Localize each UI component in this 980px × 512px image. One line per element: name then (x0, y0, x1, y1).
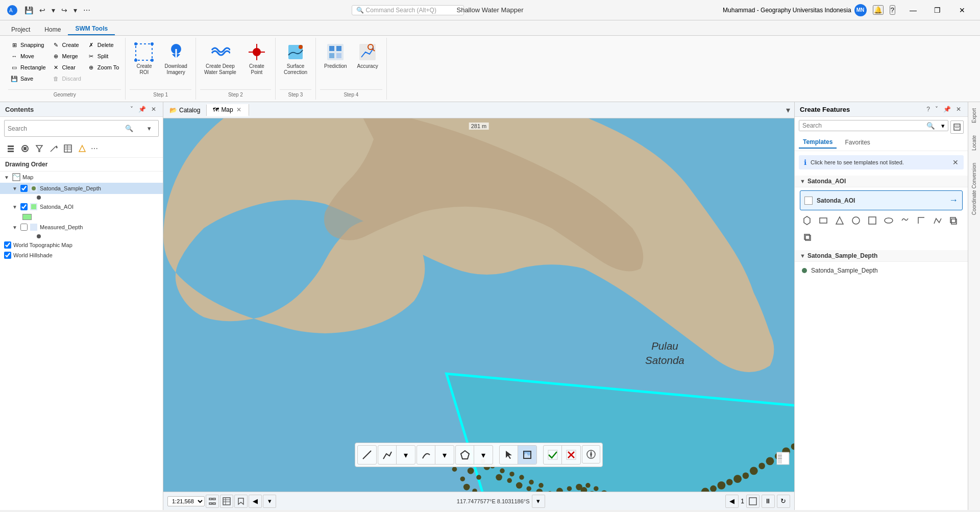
clear-btn[interactable]: ✕ Clear (50, 62, 83, 72)
info-close-btn[interactable]: ✕ (952, 158, 959, 166)
customize-btn[interactable]: ⋯ (81, 5, 92, 15)
features-collapse-btn[interactable]: ˅ (934, 105, 940, 113)
aoi-tool-copy2[interactable] (800, 230, 814, 244)
compass-btn[interactable] (582, 445, 600, 464)
draw-polygon-dropdown[interactable]: ▾ (474, 446, 493, 464)
contents-collapse-btn[interactable]: ˅ (129, 105, 135, 113)
map-tab-close[interactable]: ✕ (235, 106, 242, 113)
feature-item-aoi[interactable]: Satonda_AOI → (800, 190, 963, 210)
layer-row-measured-depth[interactable]: ▼ Measured_Depth (0, 222, 163, 233)
contents-search-input[interactable] (5, 124, 118, 134)
merge-btn[interactable]: ⊕ Merge (50, 51, 83, 61)
confirm-btn[interactable] (544, 446, 562, 464)
feature-group-sample-depth-header[interactable]: ▼ Satonda_Sample_Depth (795, 250, 968, 262)
notifications-btn[interactable]: 🔔 (873, 5, 884, 15)
move-btn[interactable]: ↔ Move (8, 51, 48, 61)
map-canvas[interactable]: 281 m (163, 118, 794, 492)
create-deep-water-btn[interactable]: Create DeepWater Sample (200, 40, 240, 78)
download-imagery-btn[interactable]: DownloadImagery (160, 40, 191, 78)
table-btn[interactable] (220, 495, 233, 508)
maximize-btn[interactable]: ❐ (926, 3, 949, 18)
layer-row-hillshade[interactable]: World Hillshade (0, 250, 163, 260)
aoi-tool-rectangle2[interactable] (865, 213, 879, 228)
tab-map[interactable]: 🗺 Map ✕ (207, 104, 249, 116)
contents-search-dropdown[interactable]: ▾ (144, 124, 154, 133)
feature-item2-sample-depth[interactable]: Satonda_Sample_Depth (800, 265, 963, 276)
features-search-bar[interactable]: 🔍 ▾ (799, 120, 948, 131)
redo-btn[interactable]: ↪ (59, 5, 69, 15)
aoi-tool-ellipse[interactable] (881, 213, 896, 228)
nav-left-btn[interactable]: ◀ (249, 495, 262, 508)
features-filter-btn[interactable] (950, 120, 964, 134)
rectangle-btn[interactable]: ▭ Rectangle (8, 62, 48, 72)
undo-btn[interactable]: ↩ (37, 5, 47, 15)
layer-filter-btn[interactable] (33, 142, 46, 155)
draw-polyline-dropdown[interactable]: ▾ (397, 446, 415, 464)
aoi-checkbox[interactable] (20, 203, 28, 210)
bookmark-btn[interactable] (234, 495, 248, 508)
pause-btn[interactable]: ⏸ (762, 495, 775, 508)
quick-save-btn[interactable]: 💾 (22, 5, 35, 15)
draw-polyline-btn[interactable] (378, 446, 397, 464)
layer-row-topo[interactable]: World Topographic Map (0, 240, 163, 250)
zoomto-btn[interactable]: ⊕ Zoom To (85, 62, 121, 72)
tab-swmtools[interactable]: SWM Tools (68, 23, 115, 35)
delete-btn[interactable]: ✗ Delete (85, 40, 121, 50)
aoi-tool-copy[interactable] (947, 213, 961, 228)
layer-table-btn[interactable] (61, 142, 75, 155)
tab-templates[interactable]: Templates (799, 136, 837, 149)
tab-catalog[interactable]: 📂 Catalog (163, 105, 207, 116)
layer-row-sample-depth[interactable]: ▼ Satonda_Sample_Depth (0, 183, 163, 194)
undo-dropdown[interactable]: ▾ (50, 5, 57, 15)
scale-select[interactable]: 1:21,568 (167, 496, 205, 506)
locate-tab[interactable]: Locate (969, 129, 979, 157)
panel-toggle-btn[interactable] (776, 451, 790, 467)
close-btn[interactable]: ✕ (950, 3, 974, 18)
nav-dropdown[interactable]: ▾ (263, 495, 276, 508)
layer-catalog-btn[interactable] (18, 142, 32, 155)
accuracy-btn[interactable]: Accuracy (353, 40, 382, 71)
layer-row-map[interactable]: ▼ Map (0, 172, 163, 183)
features-help-btn[interactable]: ? (925, 105, 932, 113)
measured-depth-checkbox[interactable] (20, 224, 28, 231)
aoi-feature-arrow[interactable]: → (949, 195, 958, 206)
split-btn[interactable]: ✂ Split (85, 51, 121, 61)
create-point-btn[interactable]: CreatePoint (242, 40, 271, 78)
cancel-draw-btn[interactable] (562, 446, 580, 464)
feature-group-aoi-header[interactable]: ▼ Satonda_AOI (795, 176, 968, 187)
nav-prev-btn[interactable]: ◀ (725, 495, 739, 508)
layer-list-view-btn[interactable] (4, 142, 17, 155)
features-search-dropdown[interactable]: ▾ (938, 121, 948, 131)
tab-project[interactable]: Project (4, 24, 37, 35)
aoi-tool-lasso[interactable] (800, 213, 814, 228)
scale-selector[interactable]: 1:21,568 ◀ ▾ (167, 495, 276, 508)
refresh-btn[interactable]: ↻ (777, 495, 790, 508)
tab-favorites[interactable]: Favorites (841, 136, 874, 149)
fit-extent-btn[interactable] (206, 495, 219, 508)
layer-more-btn[interactable]: ⋯ (91, 142, 98, 155)
aoi-tool-vertices[interactable] (930, 213, 945, 228)
topo-checkbox[interactable] (4, 241, 11, 249)
contents-close-btn[interactable]: ✕ (150, 105, 158, 113)
draw-line-btn[interactable] (358, 446, 376, 464)
layer-edit-btn[interactable] (47, 142, 60, 155)
redo-dropdown[interactable]: ▾ (71, 5, 79, 15)
prediction-btn[interactable]: Prediction (320, 40, 351, 71)
export-tab[interactable]: Export (969, 102, 979, 129)
draw-polygon-btn[interactable] (456, 446, 474, 464)
aoi-tool-rect[interactable] (816, 213, 830, 228)
coord-conversion-tab[interactable]: Coordinate Conversion (969, 157, 979, 221)
layer-row-aoi[interactable]: ▼ Satonda_AOI (0, 201, 163, 212)
info-banner[interactable]: ℹ Click here to see templates not listed… (799, 155, 964, 169)
surface-correction-btn[interactable]: SurfaceCorrection (280, 40, 311, 78)
tab-home[interactable]: Home (37, 24, 68, 35)
save-btn[interactable]: 💾 Save (8, 74, 48, 84)
discard-btn[interactable]: 🗑 Discard (50, 74, 83, 84)
select-rect-btn[interactable] (518, 446, 536, 464)
draw-curve-btn[interactable] (417, 446, 435, 464)
minimize-btn[interactable]: — (901, 3, 925, 18)
features-search-btn[interactable]: 🔍 (923, 121, 938, 131)
create-btn[interactable]: ✎ Create (50, 40, 83, 50)
features-close-btn[interactable]: ✕ (954, 105, 963, 113)
contents-pin-btn[interactable]: 📌 (137, 105, 148, 113)
